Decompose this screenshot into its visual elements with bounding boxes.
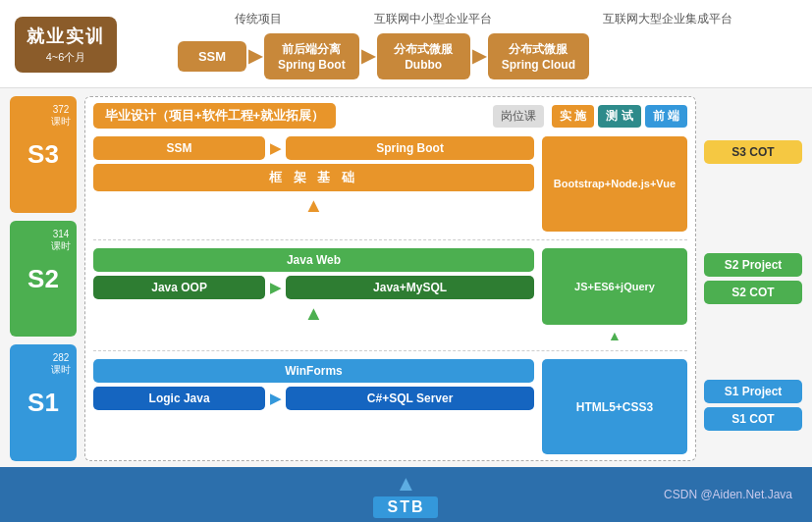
s3-up-arrow: ▲	[93, 195, 534, 215]
stage-s3: S3 372 课时	[10, 96, 77, 213]
s1-hours: 282 课时	[51, 352, 71, 376]
s2-right: JS+ES6+jQuery ▲	[542, 248, 687, 343]
flow-springcloud: 分布式微服 Spring Cloud	[488, 33, 589, 79]
large-label: 互联网大型企业集成平台	[569, 11, 766, 27]
stage-labels: S3 372 课时 S2 314 课时 S1 282 课时	[10, 96, 77, 461]
s1-row: WinForms Logic Java ▶ C#+SQL Server HTML…	[93, 359, 687, 454]
flow-dubbo: 分布式微服 Dubbo	[377, 33, 470, 79]
s1-arrow: ▶	[270, 391, 281, 406]
s3-left: SSM ▶ Spring Boot 框 架 基 础 ▲	[93, 136, 534, 232]
s1-csharp: C#+SQL Server	[286, 387, 534, 410]
s2-up-arrow: ▲	[93, 303, 534, 323]
intro-title: 就业实训	[27, 25, 105, 48]
s2-javaoop: Java OOP	[93, 276, 265, 299]
bottom-center: ▲ STB	[277, 471, 534, 518]
s3-cot-area: S3 COT	[704, 96, 802, 207]
s1-cot-area: S1 Project S1 COT	[704, 350, 802, 461]
s2-row: Java Web Java OOP ▶ Java+MySQL ▲ JS+ES6+…	[93, 248, 687, 343]
post-tag-qianduan: 前 端	[645, 105, 687, 128]
s3-hours: 372 课时	[51, 104, 71, 128]
intro-subtitle: 4~6个月	[27, 50, 105, 65]
post-course-label: 岗位课	[493, 105, 544, 128]
s1-tech-row: Logic Java ▶ C#+SQL Server	[93, 387, 534, 410]
post-tag-shishi: 实 施	[552, 105, 594, 128]
stb-label: STB	[373, 496, 438, 518]
s2-javaweb: Java Web	[93, 248, 534, 272]
top-section: 就业实训 4~6个月 传统项目 互联网中小型企业平台 互联网大型企业集成平台 S…	[0, 0, 812, 88]
medium-label: 互联网中小型企业平台	[359, 11, 507, 27]
s2-hours: 314 课时	[51, 229, 71, 252]
s1-project-box: S1 Project	[704, 380, 802, 403]
flow-arrow-3: ▶	[472, 45, 486, 67]
post-tag-ceshi: 测 试	[598, 105, 640, 128]
s1-left: WinForms Logic Java ▶ C#+SQL Server	[93, 359, 534, 454]
s2-right-arrow: ▲	[542, 329, 687, 342]
bottom-credit: CSDN @Aiden.Net.Java	[664, 488, 792, 501]
s1-right: HTML5+CSS3	[542, 359, 687, 454]
middle-section: S3 372 课时 S2 314 课时 S1 282 课时	[0, 88, 812, 467]
s1-winforms: WinForms	[93, 359, 534, 383]
stage-s2: S2 314 课时	[10, 221, 77, 338]
framework-box: 框 架 基 础	[93, 164, 534, 191]
s2-js: JS+ES6+jQuery	[542, 248, 687, 326]
content-header: 毕业设计（项目+软件工程+就业拓展） 岗位课 实 施 测 试 前 端	[93, 103, 687, 129]
s3-ssm: SSM	[93, 136, 265, 160]
divider-s3-s2	[93, 239, 687, 240]
main-container: 就业实训 4~6个月 传统项目 互联网中小型企业平台 互联网大型企业集成平台 S…	[0, 0, 812, 522]
s2-left: Java Web Java OOP ▶ Java+MySQL ▲	[93, 248, 534, 343]
s3-right: Bootstrap+Node.js+Vue	[542, 136, 687, 232]
s1-html5: HTML5+CSS3	[542, 359, 687, 454]
flow-arrow-2: ▶	[361, 45, 375, 67]
intro-box: 就业实训 4~6个月	[15, 17, 117, 73]
s2-cot-area: S2 Project S2 COT	[704, 223, 802, 334]
s3-arrow: ▶	[270, 140, 281, 156]
sidebar-right: S3 COT S2 Project S2 COT S1 Project S1 C…	[704, 96, 802, 461]
s1-cot-box: S1 COT	[704, 407, 802, 431]
category-labels: 传统项目 互联网中小型企业平台 互联网大型企业集成平台	[129, 11, 797, 27]
s3-tech-row: SSM ▶ Spring Boot	[93, 136, 534, 160]
s2-cot-box: S2 COT	[704, 281, 802, 304]
flow-arrow-1: ▶	[248, 45, 262, 67]
top-flow: SSM ▶ 前后端分离 Spring Boot ▶ 分布式微服 Dubbo ▶ …	[129, 33, 797, 79]
s2-tech-row: Java OOP ▶ Java+MySQL	[93, 276, 534, 299]
flow-springboot: 前后端分离 Spring Boot	[264, 33, 359, 79]
s3-cot-box: S3 COT	[704, 140, 802, 164]
s3-bootstrap: Bootstrap+Node.js+Vue	[542, 136, 687, 232]
traditional-label: 传统项目	[219, 11, 298, 27]
grad-design-box: 毕业设计（项目+软件工程+就业拓展）	[93, 103, 336, 129]
s3-springboot: Spring Boot	[286, 136, 534, 160]
stb-arrow-icon: ▲	[396, 471, 417, 496]
s3-row: SSM ▶ Spring Boot 框 架 基 础 ▲ Bootstrap+No…	[93, 136, 687, 232]
stage-s1: S1 282 课时	[10, 344, 77, 461]
flow-ssm: SSM	[178, 41, 246, 72]
s1-logicjava: Logic Java	[93, 387, 265, 410]
s2-javamysql: Java+MySQL	[286, 276, 534, 299]
bottom-section: ▲ STB CSDN @Aiden.Net.Java	[0, 467, 812, 522]
main-content-box: 毕业设计（项目+软件工程+就业拓展） 岗位课 实 施 测 试 前 端 SSM ▶	[84, 96, 696, 461]
post-tags: 实 施 测 试 前 端	[552, 105, 687, 128]
s2-arrow: ▶	[270, 280, 281, 295]
s2-project-box: S2 Project	[704, 253, 802, 277]
divider-s2-s1	[93, 350, 687, 351]
